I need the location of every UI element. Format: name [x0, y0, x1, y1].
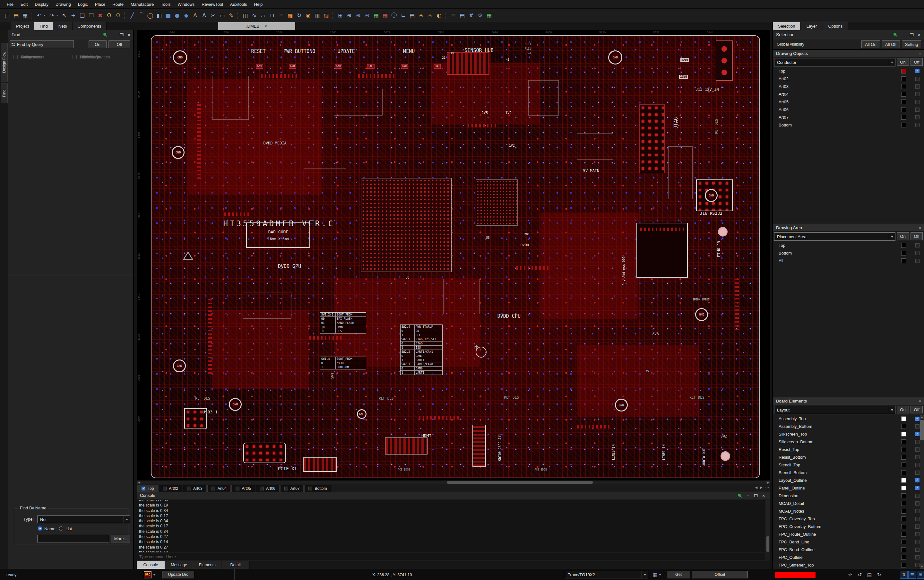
layer-visible-checkbox[interactable]: [308, 487, 312, 491]
layer-visible-checkbox[interactable]: [915, 77, 919, 81]
area-color-swatch[interactable]: [901, 243, 906, 248]
new-file-icon[interactable]: ▢: [3, 12, 11, 19]
window-grid-icon[interactable]: ⊞: [917, 571, 924, 579]
layer-tab[interactable]: Bottom: [304, 484, 331, 492]
layer-visible-checkbox[interactable]: [187, 487, 191, 491]
board-element-row[interactable]: FPC_Bend_Outline: [773, 545, 924, 554]
board-element-swatch[interactable]: [901, 555, 906, 560]
area-row[interactable]: Top: [773, 241, 924, 249]
board-element-row[interactable]: Silkscreen_Top: [773, 430, 924, 438]
zoom-selection-icon[interactable]: ⊕: [345, 12, 353, 19]
board-element-swatch[interactable]: [901, 416, 906, 421]
layer-color-swatch[interactable]: [901, 107, 906, 112]
brightness-icon[interactable]: ☀: [417, 12, 425, 19]
trace-width-select[interactable]: Trace/TG19X2▼: [565, 571, 648, 578]
find-filter-checkbox[interactable]: [13, 55, 18, 59]
shade-sphere-icon[interactable]: ◐: [435, 12, 443, 19]
board-element-swatch[interactable]: [901, 424, 906, 429]
info-icon[interactable]: ⓘ: [390, 12, 398, 19]
board-element-row[interactable]: Stencil_Bottom: [773, 469, 924, 476]
pad-icon[interactable]: ◉: [304, 12, 312, 19]
move-icon[interactable]: +: [69, 12, 77, 19]
arc-tool-icon[interactable]: ⌒: [137, 12, 145, 19]
offset-button[interactable]: Offset: [692, 571, 748, 578]
redo-icon[interactable]: ↷: [48, 12, 56, 19]
left-panel-tab[interactable]: Components: [72, 22, 107, 30]
collapse-chevron-icon[interactable]: »: [918, 52, 923, 54]
zoom-in-icon[interactable]: ⊕: [354, 12, 362, 19]
find-vertical-tab[interactable]: Find: [1, 84, 8, 103]
edit-pencil-icon[interactable]: ✎: [227, 12, 235, 19]
layer-tab[interactable]: Art02: [158, 484, 182, 492]
layer-color-swatch[interactable]: [901, 99, 906, 104]
layer-tab[interactable]: Art03: [183, 484, 207, 492]
area-visible-checkbox[interactable]: [915, 251, 919, 255]
layer-row[interactable]: Art05: [773, 98, 924, 105]
layout-select[interactable]: Layout▼: [774, 406, 896, 414]
layer-visible-checkbox[interactable]: [915, 69, 919, 73]
layer-visible-checkbox[interactable]: [142, 487, 145, 491]
separator[interactable]: [237, 12, 239, 19]
line-tool-icon[interactable]: ╱: [128, 12, 136, 19]
board-element-checkbox[interactable]: [915, 432, 919, 436]
menu-item[interactable]: Manufacture: [127, 1, 157, 8]
swap-layers-icon[interactable]: ⇅: [900, 571, 908, 579]
all-on-button[interactable]: All On: [861, 40, 880, 48]
console-tab[interactable]: Detail: [221, 561, 250, 569]
rotate-icon[interactable]: ↻: [295, 12, 303, 19]
left-panel-tab[interactable]: Find: [35, 22, 53, 30]
board-element-checkbox[interactable]: [915, 532, 919, 536]
layer-visible-checkbox[interactable]: [915, 115, 919, 119]
layer-row[interactable]: Bottom: [773, 121, 924, 129]
layer-row[interactable]: Art07: [773, 113, 924, 121]
float-icon[interactable]: [754, 494, 758, 497]
circuit-maze-icon[interactable]: ▩: [286, 12, 294, 19]
board-element-checkbox[interactable]: [915, 494, 919, 498]
view-layers-red-icon[interactable]: ▦: [381, 12, 389, 19]
board-element-row[interactable]: FPC_Route_Outline: [773, 530, 924, 538]
board-element-checkbox[interactable]: [915, 463, 919, 467]
layer-visible-checkbox[interactable]: [236, 487, 239, 491]
board-element-checkbox[interactable]: [915, 524, 919, 529]
board-element-row[interactable]: Layout_Outline: [773, 476, 924, 484]
zoom-out-icon[interactable]: ⊖: [363, 12, 371, 19]
separator[interactable]: [332, 12, 334, 19]
tabs-more-icon[interactable]: ⋯: [765, 485, 769, 489]
board-elements-icon[interactable]: ▦: [485, 12, 493, 19]
settings-gear-icon[interactable]: ⚙: [476, 12, 484, 19]
board-element-swatch[interactable]: [901, 470, 906, 475]
route-trace-icon[interactable]: ∿: [250, 12, 258, 19]
grid-dropdown-icon[interactable]: ▼: [659, 573, 662, 577]
list-view-icon[interactable]: ☰: [908, 571, 916, 579]
setting-button[interactable]: Setting: [902, 40, 921, 48]
refresh-clock-icon[interactable]: ↻: [876, 572, 883, 578]
layer-visible-checkbox[interactable]: [163, 487, 166, 491]
design-flow-vertical-tab[interactable]: Design Flow: [1, 43, 8, 82]
board-element-checkbox[interactable]: [915, 547, 919, 552]
board-element-row[interactable]: MCAD_Notes: [773, 507, 924, 515]
board-element-row[interactable]: Resist_Top: [773, 445, 924, 453]
board-element-row[interactable]: MCAD_Detail: [773, 499, 924, 507]
update-drc-button[interactable]: Update Drc: [162, 571, 194, 578]
redo-dropdown-icon[interactable]: ▾: [55, 12, 59, 19]
open-file-icon[interactable]: ▤: [12, 12, 20, 19]
zoom-window-icon[interactable]: ⊞: [336, 12, 344, 19]
close-icon[interactable]: ×: [761, 493, 766, 498]
area-on-button[interactable]: On: [897, 232, 909, 240]
layer-color-swatch[interactable]: [901, 92, 906, 97]
pin-icon[interactable]: [103, 33, 107, 37]
drawing-objects-header[interactable]: Drawing Objects»: [773, 49, 924, 58]
board-element-checkbox[interactable]: [915, 417, 919, 421]
board-element-checkbox[interactable]: [915, 517, 919, 521]
board-element-checkbox[interactable]: [915, 563, 919, 567]
unlock-icon[interactable]: Ω: [114, 12, 122, 19]
document-tab[interactable]: .DMEB ✕: [218, 22, 295, 30]
console-tab[interactable]: Elements: [193, 561, 221, 569]
text-frame-tool-icon[interactable]: A: [191, 12, 199, 19]
layer-tab[interactable]: Top: [137, 484, 158, 492]
ellipse-tool-icon[interactable]: ●: [173, 12, 181, 19]
grid-icon[interactable]: ▦: [652, 572, 659, 578]
board-element-row[interactable]: Silkscreen_Bottom: [773, 438, 924, 445]
drc-badge-icon[interactable]: DRC: [144, 571, 152, 578]
report-icon[interactable]: ▤: [408, 12, 416, 19]
